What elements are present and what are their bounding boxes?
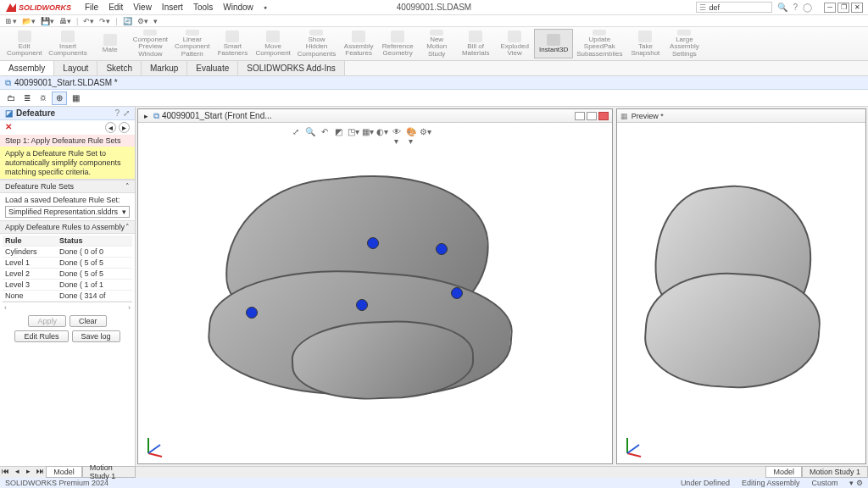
preview-canvas[interactable] [617,123,865,463]
status-units[interactable]: Custom [811,479,837,487]
hud-zoom-fit-icon[interactable]: ⤢ [290,127,302,139]
status-extra-icon[interactable]: ▾ ⚙ [849,479,863,487]
menu-file[interactable]: File [85,3,98,13]
table-row[interactable]: Level 2Done ( 5 of 5 [3,269,132,280]
clear-button[interactable]: Clear [70,315,107,327]
tab-markup[interactable]: Markup [142,61,187,75]
main-viewport[interactable]: ▸ ⧉40099001_Start (Front End... ⤢ 🔍 ↶ ◩ … [137,108,613,464]
tab-assembly[interactable]: Assembly [0,61,54,75]
preview-triad[interactable] [622,433,648,458]
ribbon-mate[interactable]: Mate [91,29,130,58]
ribbon-take[interactable]: TakeSnapshot [626,29,665,58]
ribbon-exploded[interactable]: ExplodedView [495,29,534,58]
tab-sketch[interactable]: Sketch [97,61,142,75]
section-apply-rules[interactable]: Apply Defeature Rules to Assembly˄ [0,220,135,234]
tab-solidworks-add-ins[interactable]: SOLIDWORKS Add-Ins [238,61,344,75]
qa-undo-icon[interactable]: ↶▾ [83,17,94,25]
qa-save-icon[interactable]: 💾▾ [41,17,54,25]
fm-extra-icon[interactable]: ▦ [68,92,83,105]
panel-pin-icon[interactable]: ⤢ [123,108,130,118]
breadcrumb-expand-icon[interactable]: ▸ [142,112,150,120]
qa-open-icon[interactable]: 📂▾ [22,17,36,25]
col-status[interactable]: Status [57,236,132,247]
apply-button[interactable]: Apply [28,315,66,327]
ribbon-reference[interactable]: ReferenceGeometry [378,29,417,58]
hud-zoom-area-icon[interactable]: 🔍 [304,127,316,139]
ribbon-component[interactable]: ComponentPreviewWindow [130,29,171,58]
menu-insert[interactable]: Insert [162,3,183,13]
table-hscroll[interactable]: ‹› [3,302,132,312]
preview-viewport[interactable]: ▦ Preview * ⌂ ◯ ▦ ◫ [616,108,866,464]
menu-tools[interactable]: Tools [193,3,213,13]
ribbon-edit[interactable]: EditComponent [3,29,45,58]
ruleset-dropdown[interactable]: Simplified Representation.slddrs▾ [5,206,130,218]
tab-evaluate[interactable]: Evaluate [187,61,238,75]
hud-section-icon[interactable]: ◩ [333,127,345,139]
document-tab[interactable]: 40099001_Start.SLDASM * [14,78,118,87]
fm-property-icon[interactable]: ≣ [19,92,35,105]
hud-prev-view-icon[interactable]: ↶ [319,127,331,139]
main-canvas[interactable] [138,123,612,463]
search-input[interactable]: ☰ def [696,2,772,13]
hud-display-icon[interactable]: ▦▾ [362,127,374,139]
bt-nav-first-icon[interactable]: ⏮ [0,467,12,478]
bt-nav-prev-icon[interactable]: ◂ [12,467,24,478]
ribbon-linear[interactable]: LinearComponentPattern [171,29,213,58]
qa-rebuild-icon[interactable]: 🔄 [123,17,132,25]
window-minimize[interactable]: ─ [824,3,836,13]
vp-restore[interactable] [587,112,597,120]
breadcrumb[interactable]: ⧉40099001_Start (Front End... [153,111,272,121]
preview-bottom-tab-model[interactable]: Model [765,466,802,478]
qa-extra-icon[interactable]: ▾ [153,17,158,25]
qa-options-icon[interactable]: ⚙▾ [137,17,148,25]
section-rulesets[interactable]: Defeature Rule Sets˄ [0,180,135,193]
panel-help-icon[interactable]: ? [114,108,120,118]
col-rule[interactable]: Rule [3,236,57,247]
ribbon-assembly[interactable]: AssemblyFeatures [339,29,378,58]
hud-appearance-icon[interactable]: 🎨▾ [405,127,417,139]
profile-icon[interactable]: ◯ [803,3,812,12]
menu-view[interactable]: View [133,3,152,13]
panel-cancel-icon[interactable]: ✕ [5,122,12,133]
tab-layout[interactable]: Layout [54,61,97,75]
bt-nav-last-icon[interactable]: ⏭ [35,467,47,478]
qa-redo-icon[interactable]: ↷▾ [99,17,110,25]
fm-config-icon[interactable]: ⛭ [36,92,51,105]
ribbon-smart[interactable]: SmartFasteners [213,29,252,58]
search-icon[interactable]: 🔍 [777,3,787,12]
table-row[interactable]: CylindersDone ( 0 of 0 [3,247,132,258]
ribbon-move[interactable]: MoveComponent [252,29,293,58]
menu-help-icon[interactable]: ⭑ [264,3,267,13]
ribbon-large[interactable]: LargeAssemblySettings [665,29,704,58]
ribbon-insert[interactable]: InsertComponents [45,29,90,58]
fm-tree-icon[interactable]: 🗀 [3,92,19,105]
vp-minimize[interactable] [575,112,585,120]
table-row[interactable]: Level 3Done ( 1 of 1 [3,280,132,291]
table-row[interactable]: Level 1Done ( 5 of 5 [3,258,132,269]
ribbon-instant3d[interactable]: Instant3D [534,29,573,58]
ribbon-update[interactable]: UpdateSpeedPakSubassemblies [573,29,626,58]
bottom-tab-model[interactable]: Model [46,466,82,478]
hud-settings-icon[interactable]: ⚙▾ [420,127,431,139]
bottom-tab-motion[interactable]: Motion Study 1 [82,466,136,478]
help-icon[interactable]: ? [793,3,798,12]
fm-display-icon[interactable]: ⊕ [52,92,67,105]
qa-new-icon[interactable]: 🗎▾ [5,17,17,25]
nav-prev-icon[interactable]: ◂ [105,122,116,133]
hud-hide-icon[interactable]: 👁▾ [391,127,403,139]
edit-rules-button[interactable]: Edit Rules [14,330,68,342]
qa-print-icon[interactable]: 🖶▾ [59,17,71,25]
ribbon-new[interactable]: NewMotionStudy [417,29,456,58]
ribbon-show[interactable]: ShowHiddenComponents [294,29,339,58]
ribbon-bill-of[interactable]: Bill ofMaterials [456,29,495,58]
hud-orient-icon[interactable]: ◳▾ [348,127,359,139]
preview-bottom-tab-motion[interactable]: Motion Study 1 [802,466,868,478]
window-restore[interactable]: ❐ [837,3,849,13]
orientation-triad[interactable] [143,433,169,458]
bt-nav-next-icon[interactable]: ▸ [23,467,35,478]
save-log-button[interactable]: Save log [72,330,120,342]
menu-edit[interactable]: Edit [108,3,123,13]
hud-scene-icon[interactable]: ◐▾ [376,127,388,139]
window-close[interactable]: ✕ [851,3,863,13]
vp-close[interactable] [598,112,609,120]
